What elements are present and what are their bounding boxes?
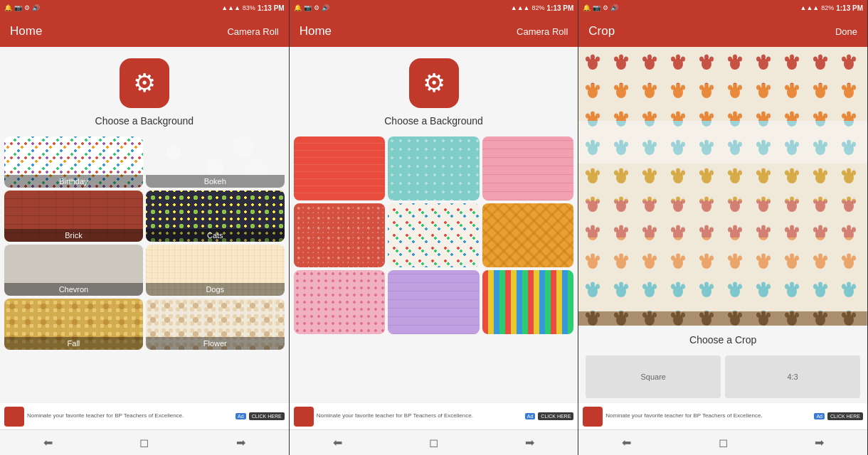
notification-icon: 🔔 <box>4 4 12 11</box>
tile-p2-9[interactable] <box>482 270 574 334</box>
bg-grid-2 <box>294 136 574 334</box>
app-icon-area-2: ⚙ Choose a Background <box>290 47 578 134</box>
nav-back-2[interactable]: ⬅ <box>333 436 342 449</box>
crop-option-label-1: Square <box>641 373 666 381</box>
signal-icon: ▲▲▲ <box>221 4 240 11</box>
status-bar-3: 🔔 📷 ⚙ 🔊 ▲▲▲ 82% 1:13 PM <box>578 0 867 16</box>
tile-bokeh[interactable]: Bokeh <box>146 136 285 188</box>
ad-banner-1[interactable]: Nominate your favorite teacher for BP Te… <box>0 402 289 429</box>
ad-cta-1[interactable]: CLICK HERE <box>249 412 285 420</box>
notification-icon-2: 🔔 <box>294 4 302 11</box>
phone-panel-3: 🔔 📷 ⚙ 🔊 ▲▲▲ 82% 1:13 PM Crop Done <box>578 0 868 455</box>
tile-label-fall: Fall <box>4 337 143 350</box>
tile-p2-1[interactable] <box>294 136 386 200</box>
svg-rect-28 <box>578 237 867 274</box>
crop-option-2[interactable]: 4:3 <box>725 355 860 398</box>
camera-icon-2: 📷 <box>304 4 312 11</box>
ad-badge-3: Ad <box>814 413 825 419</box>
settings-icon-2: ⚙ <box>314 4 319 11</box>
tile-label-birthday: Birthday <box>4 175 143 188</box>
tile-label-bokeh: Bokeh <box>146 175 285 188</box>
status-time-3: 1:13 PM <box>836 4 863 12</box>
top-bar-title-1: Home <box>10 24 42 38</box>
settings-icon-3: ⚙ <box>603 4 608 11</box>
tile-p2-8[interactable] <box>388 270 480 334</box>
signal-icon-2: ▲▲▲ <box>511 4 530 11</box>
ad-banner-3[interactable]: Nominate your favorite teacher for BP Te… <box>578 402 867 429</box>
tile-label-chevron: Chevron <box>4 283 143 296</box>
tile-p2-5[interactable] <box>388 203 480 267</box>
phone-panel-2: 🔔 📷 ⚙ 🔊 ▲▲▲ 82% 1:13 PM Home Camera Roll… <box>290 0 579 455</box>
ad-text-3: Nominate your favorite teacher for BP Te… <box>605 412 810 419</box>
choose-bg-label-1: Choose a Background <box>95 115 194 127</box>
status-bar-1: 🔔 📷 ⚙ 🔊 ▲▲▲ 83% 1:13 PM <box>0 0 289 16</box>
signal-icon-3: ▲▲▲ <box>800 4 819 11</box>
svg-rect-27 <box>578 200 867 237</box>
tile-brick[interactable]: Brick <box>4 191 143 242</box>
bg-grid-area-2 <box>290 134 578 402</box>
battery-level: 83% <box>243 4 255 11</box>
nav-back-3[interactable]: ⬅ <box>622 436 631 449</box>
top-bar-1: Home Camera Roll <box>0 16 289 47</box>
tile-label-cats: Cats <box>146 229 285 242</box>
app-icon-1: ⚙ <box>120 58 169 108</box>
ad-badge-2: Ad <box>525 413 536 419</box>
tile-label-dogs: Dogs <box>146 283 285 296</box>
done-button[interactable]: Done <box>835 26 857 37</box>
ad-banner-2[interactable]: Nominate your favorite teacher for BP Te… <box>290 402 578 429</box>
tile-p2-4[interactable] <box>294 203 386 267</box>
svg-rect-22 <box>578 47 867 84</box>
status-left-icons: 🔔 📷 ⚙ 🔊 <box>4 4 40 11</box>
battery-level-2: 82% <box>532 4 545 11</box>
status-bar-2: 🔔 📷 ⚙ 🔊 ▲▲▲ 82% 1:13 PM <box>290 0 578 16</box>
tile-p2-3[interactable] <box>482 136 574 200</box>
tile-p2-2[interactable] <box>388 136 480 200</box>
ad-icon-3 <box>583 407 603 427</box>
nav-recent-1[interactable]: ➡ <box>236 436 245 449</box>
nav-recent-2[interactable]: ➡ <box>525 436 534 449</box>
tile-chevron[interactable]: Chevron <box>4 245 143 296</box>
gear-icon-1: ⚙ <box>133 68 156 98</box>
top-bar-3: Crop Done <box>578 16 867 47</box>
tile-p2-7[interactable] <box>294 270 386 334</box>
status-left-icons-2: 🔔 📷 ⚙ 🔊 <box>294 4 329 11</box>
camera-icon-3: 📷 <box>593 4 600 11</box>
tile-p2-6[interactable] <box>482 203 574 267</box>
tile-dogs[interactable]: Dogs <box>146 245 285 296</box>
status-time: 1:13 PM <box>258 4 285 12</box>
app-icon-area-1: ⚙ Choose a Background <box>0 47 289 134</box>
paw-svg <box>578 47 867 326</box>
notification-icon-3: 🔔 <box>583 4 591 11</box>
ad-cta-3[interactable]: CLICK HERE <box>827 412 863 420</box>
choose-bg-label-2: Choose a Background <box>384 115 483 127</box>
camera-roll-button-1[interactable]: Camera Roll <box>227 26 278 37</box>
status-time-2: 1:13 PM <box>547 4 574 12</box>
ad-cta-2[interactable]: CLICK HERE <box>538 412 573 420</box>
volume-icon-3: 🔊 <box>610 4 618 11</box>
nav-home-3[interactable]: ◻ <box>719 436 728 449</box>
camera-icon: 📷 <box>14 4 22 11</box>
status-right-icons-2: ▲▲▲ 82% 1:13 PM <box>511 4 574 12</box>
tile-cats[interactable]: Cats <box>146 191 285 242</box>
nav-home-1[interactable]: ◻ <box>139 436 149 449</box>
nav-back-1[interactable]: ⬅ <box>43 436 53 449</box>
svg-rect-29 <box>578 274 867 311</box>
bg-grid-area-1: Birthday Bokeh Brick Cats Chevron Dogs <box>0 134 289 402</box>
top-bar-title-3: Crop <box>588 24 615 38</box>
tile-label-flower: Flower <box>146 337 285 350</box>
gear-icon-2: ⚙ <box>423 68 445 98</box>
bottom-nav-1: ⬅ ◻ ➡ <box>0 429 289 455</box>
nav-home-2[interactable]: ◻ <box>429 436 438 449</box>
tile-label-brick: Brick <box>4 229 143 242</box>
nav-recent-3[interactable]: ➡ <box>815 436 824 449</box>
ad-text-1: Nominate your favorite teacher for BP Te… <box>27 412 231 419</box>
camera-roll-button-2[interactable]: Camera Roll <box>517 26 568 37</box>
tile-fall[interactable]: Fall <box>4 299 143 350</box>
bottom-nav-2: ⬅ ◻ ➡ <box>290 429 578 455</box>
top-bar-2: Home Camera Roll <box>290 16 578 47</box>
top-bar-title-2: Home <box>300 24 332 38</box>
tile-birthday[interactable]: Birthday <box>4 136 143 188</box>
crop-option-label-2: 4:3 <box>787 373 798 381</box>
tile-flower[interactable]: Flower <box>146 299 285 350</box>
crop-option-1[interactable]: Square <box>586 355 721 398</box>
